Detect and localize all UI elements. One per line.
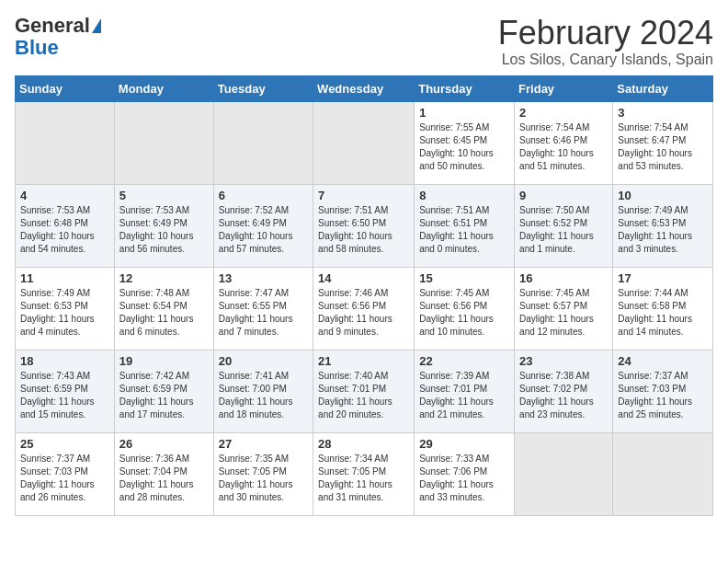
day-info: Sunrise: 7:47 AM Sunset: 6:55 PM Dayligh… xyxy=(219,287,308,339)
day-number: 20 xyxy=(219,354,308,368)
header-monday: Monday xyxy=(114,75,213,101)
day-info: Sunrise: 7:40 AM Sunset: 7:01 PM Dayligh… xyxy=(318,370,409,421)
day-info: Sunrise: 7:43 AM Sunset: 6:59 PM Dayligh… xyxy=(20,370,109,421)
calendar-cell: 26Sunrise: 7:36 AM Sunset: 7:04 PM Dayli… xyxy=(114,432,213,515)
day-number: 17 xyxy=(618,271,708,285)
day-number: 1 xyxy=(419,106,509,120)
calendar-cell xyxy=(313,101,415,184)
calendar-cell: 14Sunrise: 7:46 AM Sunset: 6:56 PM Dayli… xyxy=(313,267,415,350)
day-info: Sunrise: 7:48 AM Sunset: 6:54 PM Dayligh… xyxy=(119,287,209,339)
day-info: Sunrise: 7:55 AM Sunset: 6:45 PM Dayligh… xyxy=(419,121,509,173)
page-header: General Blue February 2024 Los Silos, Ca… xyxy=(15,15,713,68)
day-info: Sunrise: 7:42 AM Sunset: 6:59 PM Dayligh… xyxy=(119,370,209,421)
day-info: Sunrise: 7:39 AM Sunset: 7:01 PM Dayligh… xyxy=(419,370,509,421)
calendar-cell: 24Sunrise: 7:37 AM Sunset: 7:03 PM Dayli… xyxy=(613,350,713,432)
logo-blue: Blue xyxy=(15,37,59,59)
day-number: 16 xyxy=(519,271,608,285)
day-info: Sunrise: 7:51 AM Sunset: 6:51 PM Dayligh… xyxy=(419,204,509,256)
calendar-week-2: 4Sunrise: 7:53 AM Sunset: 6:48 PM Daylig… xyxy=(16,184,713,267)
calendar-cell xyxy=(613,432,713,515)
day-number: 12 xyxy=(119,271,209,285)
day-number: 24 xyxy=(618,354,708,368)
day-info: Sunrise: 7:38 AM Sunset: 7:02 PM Dayligh… xyxy=(519,370,608,421)
day-number: 25 xyxy=(20,437,109,451)
day-info: Sunrise: 7:54 AM Sunset: 6:47 PM Dayligh… xyxy=(618,121,708,173)
day-number: 28 xyxy=(318,437,409,451)
day-number: 5 xyxy=(119,189,209,202)
calendar-cell xyxy=(114,101,213,184)
day-info: Sunrise: 7:50 AM Sunset: 6:52 PM Dayligh… xyxy=(519,204,608,256)
day-info: Sunrise: 7:53 AM Sunset: 6:48 PM Dayligh… xyxy=(20,204,109,256)
calendar-cell: 7Sunrise: 7:51 AM Sunset: 6:50 PM Daylig… xyxy=(313,184,415,267)
day-number: 2 xyxy=(519,106,608,120)
calendar-cell: 28Sunrise: 7:34 AM Sunset: 7:05 PM Dayli… xyxy=(313,432,415,515)
calendar-cell: 27Sunrise: 7:35 AM Sunset: 7:05 PM Dayli… xyxy=(213,432,313,515)
calendar-week-5: 25Sunrise: 7:37 AM Sunset: 7:03 PM Dayli… xyxy=(16,432,713,515)
location-subtitle: Los Silos, Canary Islands, Spain xyxy=(498,52,713,68)
day-number: 10 xyxy=(618,189,708,202)
day-info: Sunrise: 7:35 AM Sunset: 7:05 PM Dayligh… xyxy=(219,453,308,504)
day-info: Sunrise: 7:45 AM Sunset: 6:56 PM Dayligh… xyxy=(419,287,509,339)
day-number: 23 xyxy=(519,354,608,368)
day-number: 8 xyxy=(419,189,509,202)
calendar-cell: 13Sunrise: 7:47 AM Sunset: 6:55 PM Dayli… xyxy=(213,267,313,350)
month-title: February 2024 xyxy=(498,15,713,52)
header-wednesday: Wednesday xyxy=(313,75,415,101)
day-number: 15 xyxy=(419,271,509,285)
day-number: 13 xyxy=(219,271,308,285)
day-number: 9 xyxy=(519,189,608,202)
day-info: Sunrise: 7:34 AM Sunset: 7:05 PM Dayligh… xyxy=(318,453,409,504)
calendar-week-1: 1Sunrise: 7:55 AM Sunset: 6:45 PM Daylig… xyxy=(16,101,713,184)
day-info: Sunrise: 7:52 AM Sunset: 6:49 PM Dayligh… xyxy=(219,204,308,256)
calendar-cell: 6Sunrise: 7:52 AM Sunset: 6:49 PM Daylig… xyxy=(213,184,313,267)
calendar-cell: 12Sunrise: 7:48 AM Sunset: 6:54 PM Dayli… xyxy=(114,267,213,350)
calendar-header-row: SundayMondayTuesdayWednesdayThursdayFrid… xyxy=(16,75,713,101)
day-info: Sunrise: 7:37 AM Sunset: 7:03 PM Dayligh… xyxy=(20,453,109,504)
calendar-cell: 4Sunrise: 7:53 AM Sunset: 6:48 PM Daylig… xyxy=(16,184,115,267)
day-info: Sunrise: 7:45 AM Sunset: 6:57 PM Dayligh… xyxy=(519,287,608,339)
calendar-cell: 20Sunrise: 7:41 AM Sunset: 7:00 PM Dayli… xyxy=(213,350,313,432)
calendar-cell: 1Sunrise: 7:55 AM Sunset: 6:45 PM Daylig… xyxy=(415,101,515,184)
calendar-cell: 22Sunrise: 7:39 AM Sunset: 7:01 PM Dayli… xyxy=(415,350,515,432)
day-info: Sunrise: 7:51 AM Sunset: 6:50 PM Dayligh… xyxy=(318,204,409,256)
day-number: 11 xyxy=(20,271,109,285)
day-info: Sunrise: 7:36 AM Sunset: 7:04 PM Dayligh… xyxy=(119,453,209,504)
calendar-cell: 23Sunrise: 7:38 AM Sunset: 7:02 PM Dayli… xyxy=(515,350,613,432)
day-info: Sunrise: 7:41 AM Sunset: 7:00 PM Dayligh… xyxy=(219,370,308,421)
day-info: Sunrise: 7:33 AM Sunset: 7:06 PM Dayligh… xyxy=(419,453,509,504)
calendar-cell: 16Sunrise: 7:45 AM Sunset: 6:57 PM Dayli… xyxy=(515,267,613,350)
calendar-cell: 25Sunrise: 7:37 AM Sunset: 7:03 PM Dayli… xyxy=(16,432,115,515)
logo-triangle-icon xyxy=(92,18,101,33)
calendar-cell xyxy=(515,432,613,515)
logo-general: General xyxy=(15,15,90,37)
header-thursday: Thursday xyxy=(415,75,515,101)
calendar-cell: 17Sunrise: 7:44 AM Sunset: 6:58 PM Dayli… xyxy=(613,267,713,350)
header-saturday: Saturday xyxy=(613,75,713,101)
calendar-cell: 18Sunrise: 7:43 AM Sunset: 6:59 PM Dayli… xyxy=(16,350,115,432)
day-info: Sunrise: 7:54 AM Sunset: 6:46 PM Dayligh… xyxy=(519,121,608,173)
title-block: February 2024 Los Silos, Canary Islands,… xyxy=(498,15,713,68)
day-info: Sunrise: 7:37 AM Sunset: 7:03 PM Dayligh… xyxy=(618,370,708,421)
calendar-cell: 9Sunrise: 7:50 AM Sunset: 6:52 PM Daylig… xyxy=(515,184,613,267)
day-number: 27 xyxy=(219,437,308,451)
day-number: 14 xyxy=(318,271,409,285)
calendar-cell: 11Sunrise: 7:49 AM Sunset: 6:53 PM Dayli… xyxy=(16,267,115,350)
calendar-cell: 3Sunrise: 7:54 AM Sunset: 6:47 PM Daylig… xyxy=(613,101,713,184)
day-info: Sunrise: 7:44 AM Sunset: 6:58 PM Dayligh… xyxy=(618,287,708,339)
header-tuesday: Tuesday xyxy=(213,75,313,101)
day-number: 18 xyxy=(20,354,109,368)
day-number: 7 xyxy=(318,189,409,202)
calendar-cell: 5Sunrise: 7:53 AM Sunset: 6:49 PM Daylig… xyxy=(114,184,213,267)
calendar-cell: 2Sunrise: 7:54 AM Sunset: 6:46 PM Daylig… xyxy=(515,101,613,184)
calendar-cell: 15Sunrise: 7:45 AM Sunset: 6:56 PM Dayli… xyxy=(415,267,515,350)
calendar-week-4: 18Sunrise: 7:43 AM Sunset: 6:59 PM Dayli… xyxy=(16,350,713,432)
calendar-week-3: 11Sunrise: 7:49 AM Sunset: 6:53 PM Dayli… xyxy=(16,267,713,350)
day-number: 4 xyxy=(20,189,109,202)
header-friday: Friday xyxy=(515,75,613,101)
day-number: 29 xyxy=(419,437,509,451)
calendar-cell: 8Sunrise: 7:51 AM Sunset: 6:51 PM Daylig… xyxy=(415,184,515,267)
header-sunday: Sunday xyxy=(16,75,115,101)
day-info: Sunrise: 7:49 AM Sunset: 6:53 PM Dayligh… xyxy=(618,204,708,256)
calendar-cell: 29Sunrise: 7:33 AM Sunset: 7:06 PM Dayli… xyxy=(415,432,515,515)
day-number: 3 xyxy=(618,106,708,120)
